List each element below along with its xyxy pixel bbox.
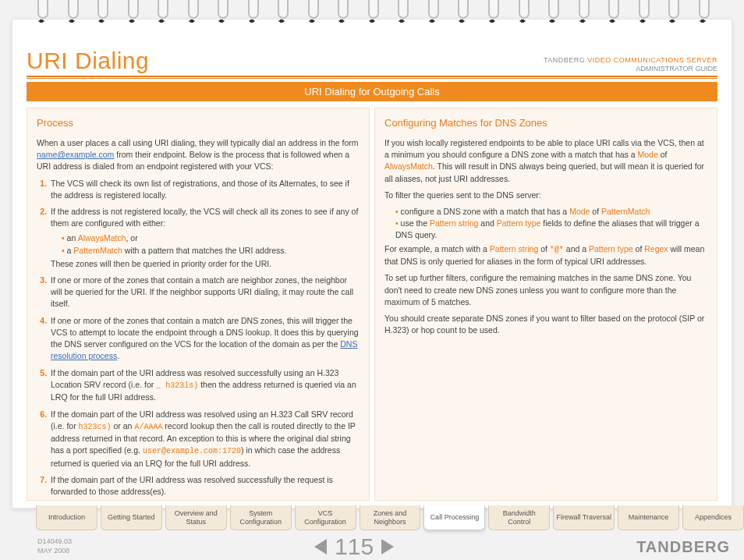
tab-appendices[interactable]: Appendices <box>682 505 744 530</box>
pagination: 115 <box>314 533 394 560</box>
tab-vcs-configuration[interactable]: VCS Configuration <box>295 505 356 530</box>
header-brand: TANDBERG <box>544 56 585 64</box>
page-sheet: URI Dialing TANDBERG VIDEO COMMUNICATION… <box>12 19 732 509</box>
tab-zones-and-neighbors[interactable]: Zones and Neighbors <box>360 505 421 530</box>
process-heading: Process <box>37 116 360 131</box>
page-number: 115 <box>335 533 374 560</box>
doc-info: D14049.03 MAY 2008 <box>37 537 72 555</box>
tab-system-configuration[interactable]: System Configuration <box>230 505 292 530</box>
process-step-1: The VCS will check its own list of regis… <box>49 178 360 201</box>
tab-firewall-traversal[interactable]: Firewall Traversal <box>553 505 615 530</box>
tab-call-processing[interactable]: Call Processing <box>423 505 485 530</box>
process-column: Process When a user places a call using … <box>27 108 370 501</box>
spiral-binding <box>35 0 709 25</box>
example-uri-link[interactable]: name@example.com <box>37 150 114 159</box>
doc-id: D14049.03 <box>37 537 72 547</box>
dns-zones-column: Configuring Matches for DNS Zones If you… <box>374 108 717 501</box>
tab-introduction[interactable]: Introduction <box>36 505 97 530</box>
dns-zones-heading: Configuring Matches for DNS Zones <box>384 116 707 131</box>
next-page-arrow[interactable] <box>381 539 394 555</box>
tab-bandwidth-control[interactable]: Bandwidth Control <box>488 505 550 530</box>
process-step-5: If the domain part of the URI address wa… <box>49 367 360 404</box>
prev-page-arrow[interactable] <box>314 539 327 555</box>
header-product: VIDEO COMMUNICATIONS SERVER <box>587 56 717 64</box>
tab-getting-started[interactable]: Getting Started <box>101 505 162 530</box>
process-step-2: If the address is not registered locally… <box>49 206 360 270</box>
tab-maintenance[interactable]: Maintenance <box>618 505 679 530</box>
process-step-4: If one or more of the zones that contain… <box>49 315 360 363</box>
doc-date: MAY 2008 <box>37 547 72 556</box>
process-step-6: If the domain part of the URI address wa… <box>49 409 360 470</box>
tab-overview-and-status[interactable]: Overview and Status <box>165 505 227 530</box>
header-right: TANDBERG VIDEO COMMUNICATIONS SERVER ADM… <box>544 56 717 74</box>
process-step-7: If the domain part of the URI address wa… <box>49 474 360 498</box>
header-subtitle: ADMINISTRATOR GUIDE <box>544 65 717 74</box>
process-step-3: If one or more of the zones that contain… <box>49 275 360 310</box>
section-banner: URI Dialing for Outgoing Calls <box>27 82 717 101</box>
page-title: URI Dialing <box>27 48 149 74</box>
nav-tabs: IntroductionGetting StartedOverview and … <box>23 505 744 530</box>
footer-brand: TANDBERG <box>636 538 730 556</box>
